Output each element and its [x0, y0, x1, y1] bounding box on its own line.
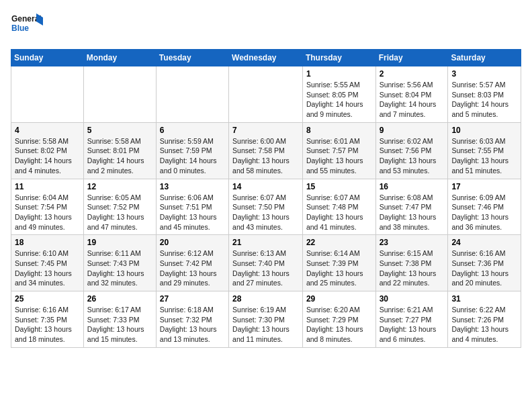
- calendar-week-3: 11Sunrise: 6:04 AM Sunset: 7:54 PM Dayli…: [11, 179, 521, 235]
- day-number: 3: [451, 69, 517, 79]
- weekday-header-tuesday: Tuesday: [156, 50, 228, 66]
- calendar-cell: 12Sunrise: 6:05 AM Sunset: 7:52 PM Dayli…: [83, 179, 156, 235]
- calendar-cell: [229, 66, 303, 123]
- calendar-cell: 11Sunrise: 6:04 AM Sunset: 7:54 PM Dayli…: [11, 179, 84, 235]
- day-info: Sunrise: 5:58 AM Sunset: 8:02 PM Dayligh…: [15, 136, 80, 176]
- day-info: Sunrise: 6:04 AM Sunset: 7:54 PM Dayligh…: [15, 193, 80, 232]
- day-number: 24: [451, 238, 517, 247]
- day-number: 21: [232, 238, 299, 247]
- day-number: 14: [232, 182, 299, 191]
- day-number: 16: [380, 182, 445, 191]
- day-number: 31: [451, 294, 517, 304]
- day-number: 28: [232, 294, 299, 304]
- calendar-cell: 14Sunrise: 6:07 AM Sunset: 7:50 PM Dayli…: [229, 179, 303, 235]
- day-number: 18: [15, 238, 80, 247]
- day-number: 30: [380, 294, 445, 304]
- day-info: Sunrise: 6:12 AM Sunset: 7:42 PM Dayligh…: [160, 248, 225, 288]
- weekday-header-friday: Friday: [375, 50, 448, 66]
- day-number: 25: [15, 294, 80, 304]
- day-info: Sunrise: 6:13 AM Sunset: 7:40 PM Dayligh…: [232, 248, 299, 288]
- calendar-cell: 29Sunrise: 6:20 AM Sunset: 7:29 PM Dayli…: [302, 291, 375, 348]
- day-number: 27: [160, 294, 225, 304]
- page-header: General Blue: [11, 11, 521, 41]
- calendar-cell: 5Sunrise: 5:58 AM Sunset: 8:01 PM Daylig…: [83, 122, 156, 179]
- calendar-cell: 4Sunrise: 5:58 AM Sunset: 8:02 PM Daylig…: [11, 122, 84, 179]
- day-info: Sunrise: 6:11 AM Sunset: 7:43 PM Dayligh…: [87, 248, 152, 288]
- day-number: 22: [306, 238, 372, 247]
- calendar-cell: 20Sunrise: 6:12 AM Sunset: 7:42 PM Dayli…: [156, 235, 228, 291]
- day-number: 26: [87, 294, 152, 304]
- calendar-cell: 24Sunrise: 6:16 AM Sunset: 7:36 PM Dayli…: [448, 235, 521, 291]
- day-info: Sunrise: 6:20 AM Sunset: 7:29 PM Dayligh…: [306, 305, 372, 345]
- day-number: 17: [451, 182, 517, 191]
- day-info: Sunrise: 6:05 AM Sunset: 7:52 PM Dayligh…: [87, 193, 152, 232]
- calendar-cell: 19Sunrise: 6:11 AM Sunset: 7:43 PM Dayli…: [83, 235, 156, 291]
- day-info: Sunrise: 6:17 AM Sunset: 7:33 PM Dayligh…: [87, 305, 152, 345]
- calendar-cell: 27Sunrise: 6:18 AM Sunset: 7:32 PM Dayli…: [156, 291, 228, 348]
- calendar-week-5: 25Sunrise: 6:16 AM Sunset: 7:35 PM Dayli…: [11, 291, 521, 348]
- weekday-header-monday: Monday: [83, 50, 156, 66]
- calendar-cell: [11, 66, 84, 123]
- calendar-cell: 21Sunrise: 6:13 AM Sunset: 7:40 PM Dayli…: [229, 235, 303, 291]
- logo-svg: General Blue: [11, 11, 44, 41]
- day-number: 4: [15, 126, 80, 135]
- day-number: 19: [87, 238, 152, 247]
- weekday-header-saturday: Saturday: [448, 50, 521, 66]
- day-info: Sunrise: 6:16 AM Sunset: 7:36 PM Dayligh…: [451, 248, 517, 288]
- calendar-cell: 22Sunrise: 6:14 AM Sunset: 7:39 PM Dayli…: [302, 235, 375, 291]
- svg-text:Blue: Blue: [11, 24, 29, 33]
- day-number: 12: [87, 182, 152, 191]
- calendar-cell: 2Sunrise: 5:56 AM Sunset: 8:04 PM Daylig…: [375, 66, 448, 123]
- day-number: 29: [306, 294, 372, 304]
- day-info: Sunrise: 6:18 AM Sunset: 7:32 PM Dayligh…: [160, 305, 225, 345]
- calendar-week-4: 18Sunrise: 6:10 AM Sunset: 7:45 PM Dayli…: [11, 235, 521, 291]
- weekday-header-thursday: Thursday: [302, 50, 375, 66]
- calendar-week-1: 1Sunrise: 5:55 AM Sunset: 8:05 PM Daylig…: [11, 66, 521, 123]
- day-number: 1: [306, 69, 372, 79]
- day-info: Sunrise: 6:21 AM Sunset: 7:27 PM Dayligh…: [380, 305, 445, 345]
- day-info: Sunrise: 6:19 AM Sunset: 7:30 PM Dayligh…: [232, 305, 299, 345]
- calendar-cell: 1Sunrise: 5:55 AM Sunset: 8:05 PM Daylig…: [302, 66, 375, 123]
- day-number: 11: [15, 182, 80, 191]
- logo: General Blue: [11, 11, 44, 41]
- calendar-cell: 3Sunrise: 5:57 AM Sunset: 8:03 PM Daylig…: [448, 66, 521, 123]
- calendar-cell: 6Sunrise: 5:59 AM Sunset: 7:59 PM Daylig…: [156, 122, 228, 179]
- day-info: Sunrise: 6:02 AM Sunset: 7:56 PM Dayligh…: [380, 136, 445, 176]
- day-info: Sunrise: 6:16 AM Sunset: 7:35 PM Dayligh…: [15, 305, 80, 345]
- calendar-cell: 7Sunrise: 6:00 AM Sunset: 7:58 PM Daylig…: [229, 122, 303, 179]
- day-number: 13: [160, 182, 225, 191]
- day-info: Sunrise: 5:59 AM Sunset: 7:59 PM Dayligh…: [160, 136, 225, 176]
- day-number: 5: [87, 126, 152, 135]
- day-info: Sunrise: 5:56 AM Sunset: 8:04 PM Dayligh…: [380, 80, 445, 120]
- weekday-header-wednesday: Wednesday: [229, 50, 303, 66]
- calendar-cell: 31Sunrise: 6:22 AM Sunset: 7:26 PM Dayli…: [448, 291, 521, 348]
- calendar-cell: 28Sunrise: 6:19 AM Sunset: 7:30 PM Dayli…: [229, 291, 303, 348]
- calendar-cell: 8Sunrise: 6:01 AM Sunset: 7:57 PM Daylig…: [302, 122, 375, 179]
- day-number: 7: [232, 126, 299, 135]
- day-number: 15: [306, 182, 372, 191]
- calendar-cell: [156, 66, 228, 123]
- calendar-cell: 30Sunrise: 6:21 AM Sunset: 7:27 PM Dayli…: [375, 291, 448, 348]
- day-info: Sunrise: 6:09 AM Sunset: 7:46 PM Dayligh…: [451, 193, 517, 232]
- calendar-cell: [83, 66, 156, 123]
- day-info: Sunrise: 6:06 AM Sunset: 7:51 PM Dayligh…: [160, 193, 225, 232]
- day-info: Sunrise: 6:01 AM Sunset: 7:57 PM Dayligh…: [306, 136, 372, 176]
- calendar-cell: 26Sunrise: 6:17 AM Sunset: 7:33 PM Dayli…: [83, 291, 156, 348]
- day-info: Sunrise: 6:08 AM Sunset: 7:47 PM Dayligh…: [380, 193, 445, 232]
- calendar-cell: 16Sunrise: 6:08 AM Sunset: 7:47 PM Dayli…: [375, 179, 448, 235]
- day-info: Sunrise: 6:03 AM Sunset: 7:55 PM Dayligh…: [451, 136, 517, 176]
- day-info: Sunrise: 5:55 AM Sunset: 8:05 PM Dayligh…: [306, 80, 372, 120]
- calendar-cell: 15Sunrise: 6:07 AM Sunset: 7:48 PM Dayli…: [302, 179, 375, 235]
- calendar-cell: 10Sunrise: 6:03 AM Sunset: 7:55 PM Dayli…: [448, 122, 521, 179]
- calendar-week-2: 4Sunrise: 5:58 AM Sunset: 8:02 PM Daylig…: [11, 122, 521, 179]
- day-info: Sunrise: 5:58 AM Sunset: 8:01 PM Dayligh…: [87, 136, 152, 176]
- day-number: 2: [380, 69, 445, 79]
- day-info: Sunrise: 5:57 AM Sunset: 8:03 PM Dayligh…: [451, 80, 517, 120]
- day-info: Sunrise: 6:07 AM Sunset: 7:50 PM Dayligh…: [232, 193, 299, 232]
- day-number: 10: [451, 126, 517, 135]
- weekday-header-row: SundayMondayTuesdayWednesdayThursdayFrid…: [11, 50, 521, 66]
- day-number: 8: [306, 126, 372, 135]
- day-info: Sunrise: 6:14 AM Sunset: 7:39 PM Dayligh…: [306, 248, 372, 288]
- weekday-header-sunday: Sunday: [11, 50, 84, 66]
- day-number: 6: [160, 126, 225, 135]
